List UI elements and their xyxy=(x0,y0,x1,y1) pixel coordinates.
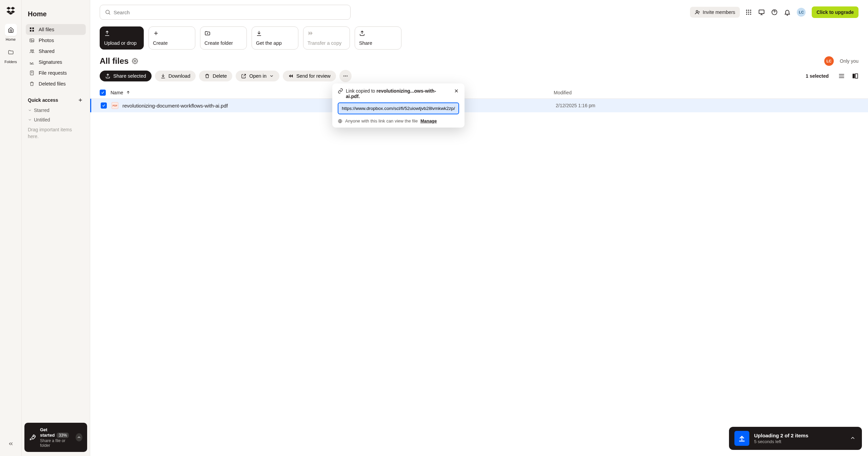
svg-point-9 xyxy=(34,436,34,437)
plus-icon xyxy=(153,30,159,36)
rail-home[interactable]: Home xyxy=(5,24,17,41)
svg-point-15 xyxy=(746,12,747,13)
toast-subtitle: 5 seconds left xyxy=(754,439,808,444)
svg-point-17 xyxy=(750,12,751,13)
close-popover-icon[interactable] xyxy=(454,88,459,94)
action-get-app[interactable]: Get the app xyxy=(252,26,298,50)
upgrade-button[interactable]: Click to upgrade xyxy=(812,6,859,18)
sort-asc-icon xyxy=(126,90,131,95)
svg-point-24 xyxy=(343,76,344,77)
svg-point-20 xyxy=(750,14,751,15)
nav-deleted[interactable]: Deleted files xyxy=(26,78,86,89)
starred-section[interactable]: Starred xyxy=(26,106,86,115)
quick-access-add-icon[interactable] xyxy=(77,97,84,103)
svg-point-25 xyxy=(345,76,346,77)
open-in-button[interactable]: Open in xyxy=(236,71,279,81)
link-icon xyxy=(338,88,343,94)
trash-icon xyxy=(204,73,210,79)
table-header: Name Modified xyxy=(90,87,868,99)
delete-button[interactable]: Delete xyxy=(199,71,232,81)
page-title: All files xyxy=(100,56,129,66)
nav-file-requests[interactable]: File requests xyxy=(26,68,86,78)
svg-point-12 xyxy=(746,10,747,11)
download-arrow-icon xyxy=(160,73,166,79)
search-input[interactable] xyxy=(114,10,346,15)
svg-point-11 xyxy=(696,11,698,12)
apps-grid-icon[interactable] xyxy=(745,9,752,16)
select-all-checkbox[interactable] xyxy=(100,90,106,96)
selection-count: 1 selected xyxy=(806,73,829,79)
svg-point-13 xyxy=(748,10,749,11)
download-button[interactable]: Download xyxy=(155,71,196,81)
send-review-label: Send for review xyxy=(296,73,331,79)
action-create-folder[interactable]: Create folder xyxy=(200,26,247,50)
nav-signatures-label: Signatures xyxy=(39,59,62,65)
rewind-icon xyxy=(288,73,294,79)
action-share-label: Share xyxy=(359,40,397,46)
collapse-rail-icon[interactable] xyxy=(7,440,15,448)
list-view-icon[interactable] xyxy=(838,73,845,79)
share-icon xyxy=(359,30,365,36)
action-get-app-label: Get the app xyxy=(256,40,294,46)
upload-progress-icon xyxy=(734,431,749,446)
download-label: Download xyxy=(169,73,191,79)
upload-toast[interactable]: Uploading 2 of 2 items 5 seconds left xyxy=(729,427,862,450)
untitled-section[interactable]: Untitled xyxy=(26,115,86,125)
toast-title: Uploading 2 of 2 items xyxy=(754,433,808,438)
copied-link-input[interactable] xyxy=(338,102,459,114)
table-row[interactable]: PDF revolutionizing-document-workflows-w… xyxy=(90,99,868,112)
nav-photos-label: Photos xyxy=(39,38,54,43)
nav-all-files[interactable]: All files xyxy=(26,24,86,35)
manage-link[interactable]: Manage xyxy=(420,118,437,124)
nav-signatures[interactable]: Signatures xyxy=(26,57,86,68)
rail-home-label: Home xyxy=(6,37,16,41)
share-selected-button[interactable]: Share selected xyxy=(100,71,152,81)
globe-icon xyxy=(338,119,342,124)
pdf-file-icon: PDF xyxy=(112,102,118,109)
action-create[interactable]: Create xyxy=(149,26,195,50)
nav-all-files-label: All files xyxy=(39,27,54,32)
toast-expand-icon[interactable] xyxy=(850,435,856,442)
search-icon xyxy=(105,9,111,15)
rail-folders[interactable]: Folders xyxy=(5,46,17,64)
panel-view-icon[interactable] xyxy=(852,73,859,79)
name-column-header[interactable]: Name xyxy=(111,90,131,95)
svg-point-14 xyxy=(750,10,751,11)
get-started-sub: Share a file or folder xyxy=(40,438,72,448)
action-upload-label: Upload or drop xyxy=(104,40,139,46)
search-box[interactable] xyxy=(100,5,351,20)
download-icon xyxy=(256,30,262,36)
action-upload[interactable]: Upload or drop xyxy=(100,26,144,50)
svg-rect-0 xyxy=(30,27,32,29)
more-horizontal-icon xyxy=(343,73,348,79)
nav-shared-label: Shared xyxy=(39,49,55,54)
present-icon[interactable] xyxy=(758,9,765,16)
settings-gear-icon[interactable] xyxy=(132,58,138,64)
action-create-folder-label: Create folder xyxy=(204,40,242,46)
action-share[interactable]: Share xyxy=(355,26,401,50)
dropbox-logo-icon[interactable] xyxy=(6,6,16,16)
nav-shared[interactable]: Shared xyxy=(26,46,86,57)
file-modified: 2/12/2025 1:16 pm xyxy=(556,103,595,108)
svg-rect-21 xyxy=(759,10,764,14)
user-avatar[interactable]: LC xyxy=(797,8,806,17)
untitled-label: Untitled xyxy=(34,117,50,122)
modified-column-header[interactable]: Modified xyxy=(554,90,572,95)
send-review-button[interactable]: Send for review xyxy=(283,71,336,81)
help-icon[interactable] xyxy=(771,9,778,16)
nav-photos[interactable]: Photos xyxy=(26,35,86,46)
svg-point-7 xyxy=(32,50,34,51)
owner-avatar[interactable]: LC xyxy=(824,56,834,66)
row-checkbox[interactable] xyxy=(101,102,107,109)
more-actions-button[interactable] xyxy=(339,70,352,82)
chevron-up-icon[interactable] xyxy=(76,433,83,441)
bell-icon[interactable] xyxy=(784,9,791,16)
action-transfer[interactable]: Transfer a copy xyxy=(303,26,350,50)
transfer-icon xyxy=(308,30,314,36)
invite-label: Invite members xyxy=(703,10,735,15)
get-started-pct: 33% xyxy=(57,433,69,438)
person-add-icon xyxy=(695,10,700,15)
svg-rect-27 xyxy=(853,74,855,78)
invite-members-button[interactable]: Invite members xyxy=(690,7,740,18)
get-started-card[interactable]: Get started33% Share a file or folder xyxy=(24,423,87,452)
